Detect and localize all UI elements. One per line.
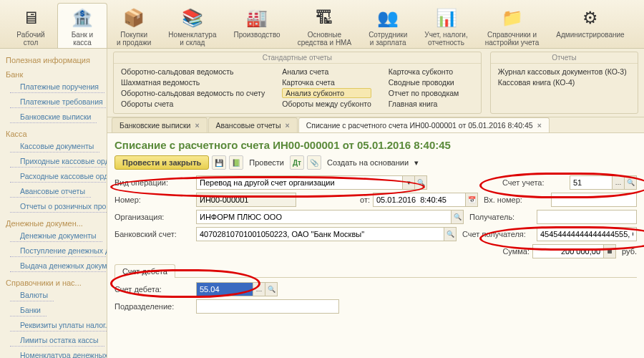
in-number-input[interactable] — [551, 193, 637, 207]
debit-input[interactable] — [196, 282, 253, 296]
document-tab[interactable]: Списание с расчетного счета ИН00-000001 … — [298, 117, 550, 132]
report-link[interactable]: Оборотно-сальдовая ведомость — [121, 67, 265, 77]
subdiv-input[interactable] — [196, 299, 339, 314]
dt-kt-icon[interactable]: Дт — [290, 155, 304, 170]
ribbon-label: Основныесредства и НМА — [298, 31, 351, 47]
account-label: Счет учета: — [502, 178, 567, 187]
report-link[interactable]: Оборотно-сальдовая ведомость по счету — [121, 88, 265, 98]
in-number-label: Вх. номер: — [484, 195, 548, 204]
stock-icon: 📚 — [181, 6, 204, 29]
calendar-icon[interactable]: 📅 — [465, 193, 478, 207]
ellipsis-icon[interactable]: … — [612, 175, 625, 190]
search-icon[interactable]: 🔍 — [624, 175, 637, 190]
sidebar-link[interactable]: Банковские выписки — [10, 111, 97, 123]
ribbon-references[interactable]: 📁Справочники инастройки учета — [477, 3, 547, 48]
sub-tab-debit[interactable]: Счет дебета — [114, 264, 175, 278]
bank-acc-label: Банковский счет: — [114, 230, 193, 238]
ribbon-stock[interactable]: 📚Номенклатураи склад — [160, 3, 224, 48]
report-link[interactable]: Анализ счета — [282, 67, 371, 77]
ribbon-label: Номенклатураи склад — [168, 31, 216, 47]
sidebar-link[interactable]: Номенклатура денежных... — [10, 349, 107, 358]
sidebar-link[interactable]: Валюты — [10, 289, 54, 301]
ribbon-assets[interactable]: 🏗Основныесредства и НМА — [290, 3, 359, 48]
report-link[interactable]: Обороты счета — [121, 99, 265, 109]
operation-label: Вид операции: — [114, 178, 193, 187]
ribbon-admin[interactable]: ⚙Администрирование — [548, 3, 632, 48]
sum-input[interactable] — [532, 244, 604, 258]
post-and-close-button[interactable]: Провести и закрыть — [114, 155, 209, 170]
standard-reports-title: Стандартные отчеты — [114, 52, 481, 64]
tab-label: Авансовые отчеты — [216, 121, 281, 130]
sidebar-link[interactable]: Реквизиты уплаты налог... — [10, 319, 107, 332]
close-icon[interactable]: × — [537, 121, 542, 130]
document-tab[interactable]: Авансовые отчеты× — [208, 117, 298, 132]
ribbon-purchases[interactable]: 📦Покупкии продажи — [109, 3, 159, 48]
report-link[interactable]: Анализ субконто — [282, 88, 371, 98]
report-link[interactable]: Журнал кассовых документов (КО-3) — [498, 67, 627, 77]
bank-acc-input[interactable] — [196, 227, 444, 241]
account-input[interactable] — [570, 175, 613, 190]
number-input[interactable] — [196, 193, 296, 207]
sidebar-group-header: Касса — [0, 125, 107, 140]
operation-input[interactable] — [196, 175, 403, 190]
ribbon: 🖥Рабочийстол🏦Банк икасса📦Покупкии продаж… — [0, 0, 644, 49]
date-input[interactable] — [373, 193, 466, 207]
sidebar-link[interactable]: Денежные документы — [10, 230, 102, 242]
search-icon[interactable]: 🔍 — [444, 227, 457, 241]
report-link[interactable]: Карточка субконто — [389, 67, 459, 77]
report-link[interactable]: Главная книга — [389, 99, 459, 109]
report-link[interactable]: Обороты между субконто — [282, 99, 371, 109]
close-icon[interactable]: × — [195, 121, 199, 130]
ribbon-bank-cash[interactable]: 🏦Банк икасса — [57, 3, 107, 48]
ribbon-desktop[interactable]: 🖥Рабочийстол — [6, 3, 56, 48]
date-label: от: — [360, 195, 370, 204]
sidebar-link[interactable]: Поступление денежных д... — [10, 245, 107, 257]
create-based-button[interactable]: Создать на основании — [324, 158, 411, 167]
sidebar-link[interactable]: Приходные кассовые орд... — [10, 155, 107, 168]
search-icon[interactable]: 🔍 — [265, 282, 278, 296]
report-link[interactable]: Сводные проводки — [389, 77, 459, 87]
sidebar-link[interactable]: Платежные требования — [10, 96, 107, 108]
org-label: Организация: — [114, 213, 193, 221]
content-area: Стандартные отчеты Оборотно-сальдовая ве… — [107, 49, 644, 358]
save-icon[interactable]: 💾 — [212, 155, 226, 170]
dropdown-icon[interactable]: ▾ — [402, 175, 415, 190]
document-tab[interactable]: Банковские выписки× — [112, 117, 208, 132]
search-icon[interactable]: 🔍 — [414, 175, 427, 190]
sidebar-link[interactable]: Лимиты остатка кассы — [10, 334, 104, 347]
desktop-icon: 🖥 — [19, 6, 42, 29]
search-icon[interactable]: 🔍 — [451, 210, 464, 224]
recipient-acc-input[interactable] — [537, 227, 637, 241]
sum-label: Сумма: — [465, 247, 530, 256]
purchases-icon: 📦 — [122, 6, 145, 29]
recipient-input[interactable] — [537, 210, 637, 224]
other-reports-group: Отчеты Журнал кассовых документов (КО-3)… — [490, 52, 638, 114]
report-link[interactable]: Кассовая книга (КО-4) — [498, 77, 627, 87]
dropdown-icon[interactable]: ▾ — [414, 158, 419, 168]
sidebar-link[interactable]: Кассовые документы — [10, 140, 99, 153]
ribbon-label: Справочники инастройки учета — [485, 31, 540, 47]
ribbon-production[interactable]: 🏭Производство — [225, 3, 288, 48]
post-button[interactable]: Провести — [246, 158, 287, 167]
sidebar-link[interactable]: Отчеты о розничных про... — [10, 200, 107, 213]
recipient-acc-label: Счет получателя: — [462, 230, 534, 238]
ellipsis-icon[interactable]: … — [253, 282, 265, 296]
subdiv-label: Подразделение: — [114, 302, 193, 311]
sidebar-link[interactable]: Платежные поручения — [10, 81, 104, 93]
attach-icon[interactable]: 📎 — [307, 155, 321, 170]
org-input[interactable] — [196, 210, 452, 224]
sidebar-link[interactable]: Банки — [10, 304, 47, 316]
report-link[interactable]: Отчет по проводкам — [389, 88, 459, 98]
close-icon[interactable]: × — [285, 121, 289, 130]
sidebar-link[interactable]: Расходные кассовые орд... — [10, 170, 107, 183]
recipient-label: Получатель: — [469, 213, 534, 221]
post-icon[interactable]: 📗 — [229, 155, 243, 170]
ribbon-employees[interactable]: 👥Сотрудникии зарплата — [361, 3, 415, 48]
report-link[interactable]: Шахматная ведомость — [121, 77, 265, 87]
sidebar-link[interactable]: Выдача денежных докум... — [10, 260, 107, 272]
calculator-icon[interactable]: 🖩 — [603, 244, 616, 258]
sidebar-link[interactable]: Авансовые отчеты — [10, 185, 91, 198]
ribbon-accounting[interactable]: 📊Учет, налоги,отчетность — [416, 3, 475, 48]
report-link[interactable]: Карточка счета — [282, 77, 371, 87]
form-title: Списание с расчетного счета ИН00-000001 … — [114, 139, 637, 151]
